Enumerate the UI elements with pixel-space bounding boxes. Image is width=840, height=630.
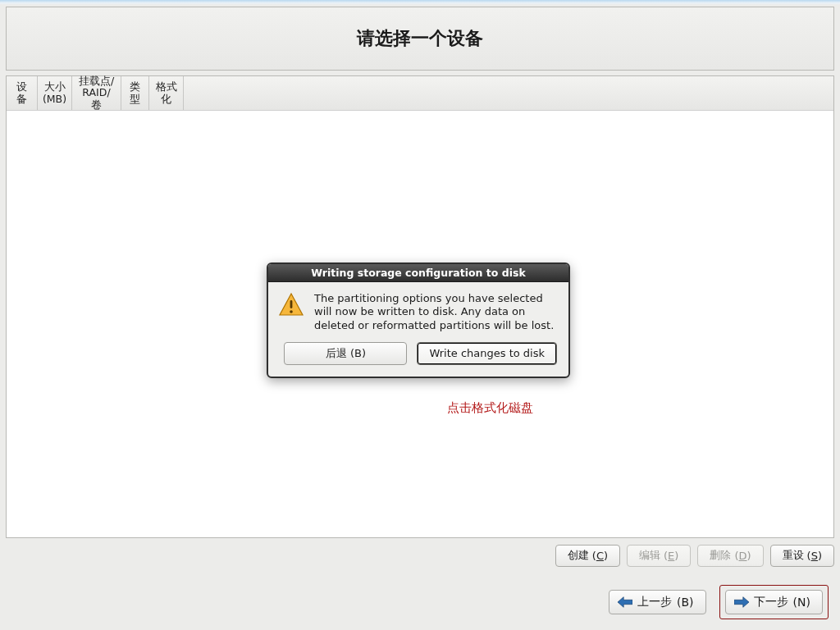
- next-button-key: N: [797, 596, 806, 609]
- col-device[interactable]: 设备: [7, 76, 38, 110]
- annotation-click-format: 点击格式化磁盘: [447, 400, 533, 416]
- device-table-header: 设备 大小 (MB) 挂载点/ RAID/卷 类型 格式化: [7, 76, 833, 111]
- wizard-nav: 上一步 (B) 下一步 (N): [0, 586, 840, 619]
- next-button[interactable]: 下一步 (N): [725, 590, 823, 614]
- back-button-key: B: [682, 596, 690, 609]
- col-mount-l1: 挂载点/: [79, 75, 114, 87]
- dialog-back-label: 后退: [326, 346, 347, 361]
- edit-button-label: 编辑: [639, 548, 660, 563]
- create-button-key: C: [596, 550, 604, 562]
- dialog-title: Writing storage configuration to disk: [268, 264, 568, 282]
- partition-toolbar: 创建 (C) 编辑 (E) 删除 (D) 重设 (S): [6, 541, 834, 569]
- create-button-label: 创建: [568, 548, 589, 563]
- col-size[interactable]: 大小 (MB): [38, 76, 72, 110]
- warning-icon: [278, 292, 304, 318]
- arrow-right-icon: [734, 596, 749, 608]
- delete-button: 删除 (D): [697, 545, 763, 567]
- svg-rect-3: [290, 300, 293, 308]
- next-button-highlight: 下一步 (N): [719, 585, 829, 619]
- write-changes-rest: rite changes to disk: [440, 347, 545, 359]
- svg-marker-0: [618, 597, 632, 608]
- col-mount-l2: RAID/卷: [77, 87, 116, 111]
- col-size-l2: (MB): [43, 94, 66, 105]
- page-title: 请选择一个设备: [357, 26, 483, 51]
- reset-button-paren: (S): [807, 550, 822, 562]
- svg-marker-1: [734, 597, 749, 608]
- arrow-left-icon: [618, 596, 632, 608]
- dialog-message: The partitioning options you have select…: [314, 292, 557, 332]
- reset-button-key: S: [811, 550, 818, 562]
- delete-button-paren: (D): [734, 550, 751, 562]
- col-format[interactable]: 格式化: [149, 76, 184, 110]
- reset-button[interactable]: 重设 (S): [770, 545, 834, 567]
- next-button-label: 下一步: [754, 595, 788, 609]
- create-button[interactable]: 创建 (C): [555, 545, 620, 567]
- page-title-box: 请选择一个设备: [6, 7, 834, 71]
- dialog-body: The partitioning options you have select…: [268, 282, 568, 339]
- col-mount[interactable]: 挂载点/ RAID/卷: [72, 76, 121, 110]
- write-storage-dialog: Writing storage configuration to disk Th…: [267, 262, 570, 378]
- col-size-l1: 大小: [44, 81, 66, 93]
- reset-button-label: 重设: [783, 548, 804, 563]
- dialog-back-button[interactable]: 后退 (B): [284, 342, 407, 365]
- write-changes-key: W: [429, 347, 439, 359]
- delete-button-key: D: [738, 550, 746, 562]
- delete-button-label: 删除: [710, 548, 731, 563]
- dialog-back-paren: (B): [347, 347, 366, 359]
- back-button-label: 上一步: [637, 595, 672, 609]
- edit-button: 编辑 (E): [627, 545, 691, 567]
- back-button[interactable]: 上一步 (B): [609, 590, 706, 614]
- dialog-buttons: 后退 (B) Write changes to disk: [268, 339, 568, 377]
- back-button-paren: (B): [677, 596, 694, 609]
- edit-button-paren: (E): [664, 550, 678, 562]
- create-button-paren: (C): [592, 550, 608, 562]
- dialog-back-key: B: [354, 347, 362, 359]
- col-type[interactable]: 类型: [121, 76, 149, 110]
- edit-button-key: E: [668, 550, 674, 562]
- window-top-strip: [0, 0, 840, 5]
- next-button-paren: (N): [793, 596, 810, 609]
- write-changes-button[interactable]: Write changes to disk: [417, 342, 557, 365]
- svg-point-4: [290, 310, 293, 313]
